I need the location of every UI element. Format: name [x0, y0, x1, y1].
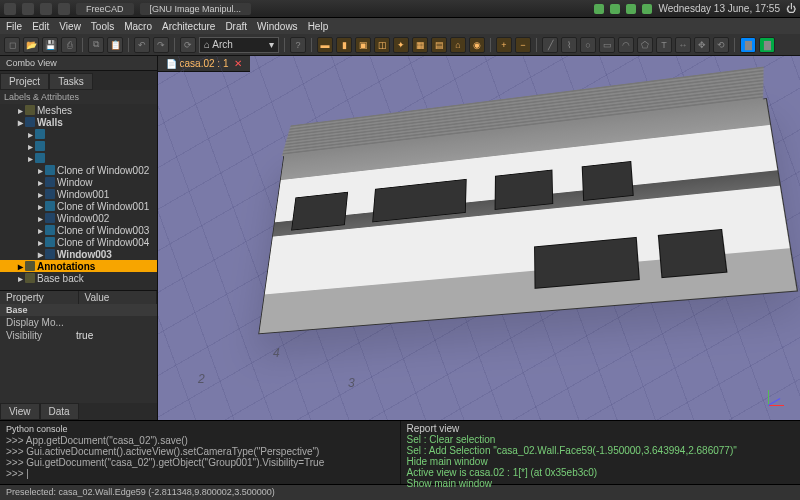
tree-item[interactable]: ▸Clone of Window003	[0, 224, 157, 236]
model-tree[interactable]: ▸Meshes▸Walls▸▸▸▸Clone of Window002▸Wind…	[0, 104, 157, 290]
draft-circle-icon[interactable]: ○	[580, 37, 596, 53]
tree-item[interactable]: ▸Window001	[0, 188, 157, 200]
tab-project[interactable]: Project	[0, 73, 49, 90]
tree-item[interactable]: ▸Base back	[0, 272, 157, 284]
arch-cell-icon[interactable]: ▣	[355, 37, 371, 53]
console-line: >>> |	[6, 468, 394, 479]
app-launcher-icon[interactable]	[58, 3, 70, 15]
draft-text-icon[interactable]: T	[656, 37, 672, 53]
system-panel: FreeCAD [GNU Image Manipul... Wednesday …	[0, 0, 800, 18]
arch-remove-icon[interactable]: −	[515, 37, 531, 53]
redo-icon[interactable]: ↷	[153, 37, 169, 53]
menubar: File Edit View Tools Macro Architecture …	[0, 18, 800, 34]
tab-view[interactable]: View	[0, 403, 40, 420]
console-title: Python console	[6, 423, 394, 435]
axis-label: 3	[348, 376, 355, 390]
separator	[734, 38, 735, 52]
arch-building-icon[interactable]: ⌂	[450, 37, 466, 53]
arch-struct-icon[interactable]: ▮	[336, 37, 352, 53]
combo-title: Combo View	[0, 56, 157, 71]
draft-line-icon[interactable]: ╱	[542, 37, 558, 53]
tree-item[interactable]: ▸Clone of Window004	[0, 236, 157, 248]
menu-file[interactable]: File	[6, 21, 22, 32]
draft-poly-icon[interactable]: ⬠	[637, 37, 653, 53]
save-icon[interactable]: 💾	[42, 37, 58, 53]
tray-icon[interactable]	[594, 4, 604, 14]
arch-floor-icon[interactable]: ▤	[431, 37, 447, 53]
clock[interactable]: Wednesday 13 June, 17:55	[658, 3, 780, 14]
report-title: Report view	[407, 423, 795, 434]
arch-wall-icon[interactable]: ▬	[317, 37, 333, 53]
toolbar: ◻ 📂 💾 ⎙ ⧉ 📋 ↶ ↷ ⟳ ⌂ Arch▾ ? ▬ ▮ ▣ ◫ ✦ ▦ …	[0, 34, 800, 56]
arch-site-icon[interactable]: ◉	[469, 37, 485, 53]
report-line: Sel : Clear selection	[407, 434, 795, 445]
arch-add-icon[interactable]: +	[496, 37, 512, 53]
menu-edit[interactable]: Edit	[32, 21, 49, 32]
tree-item[interactable]: ▸Window002	[0, 212, 157, 224]
axis-indicator	[762, 382, 792, 412]
separator	[82, 38, 83, 52]
color2-icon[interactable]: ▇	[759, 37, 775, 53]
axis-label: 4	[273, 346, 280, 360]
menu-draft[interactable]: Draft	[225, 21, 247, 32]
tree-item[interactable]: ▸Clone of Window002	[0, 164, 157, 176]
menu-tools[interactable]: Tools	[91, 21, 114, 32]
menu-view[interactable]: View	[59, 21, 81, 32]
arch-section-icon[interactable]: ▦	[412, 37, 428, 53]
combo-view: Combo View Project Tasks Labels & Attrib…	[0, 56, 158, 420]
tree-item[interactable]: ▸	[0, 140, 157, 152]
open-icon[interactable]: 📂	[23, 37, 39, 53]
draft-rect-icon[interactable]: ▭	[599, 37, 615, 53]
tree-item[interactable]: ▸	[0, 128, 157, 140]
draft-rotate-icon[interactable]: ⟲	[713, 37, 729, 53]
prop-row[interactable]: Display Mo...	[0, 316, 157, 329]
separator	[128, 38, 129, 52]
tree-item[interactable]: ▸Annotations	[0, 260, 157, 272]
workbench-selector[interactable]: ⌂ Arch▾	[199, 37, 279, 53]
report-line: Active view is casa.02 : 1[*] (at 0x35eb…	[407, 467, 795, 478]
copy-icon[interactable]: ⧉	[88, 37, 104, 53]
color-icon[interactable]: ▇	[740, 37, 756, 53]
print-icon[interactable]: ⎙	[61, 37, 77, 53]
prop-row[interactable]: Visibilitytrue	[0, 329, 157, 342]
menu-macro[interactable]: Macro	[124, 21, 152, 32]
report-view[interactable]: Report view Sel : Clear selection Sel : …	[401, 421, 801, 484]
paste-icon[interactable]: 📋	[107, 37, 123, 53]
app-launcher-icon[interactable]	[22, 3, 34, 15]
menu-windows[interactable]: Windows	[257, 21, 298, 32]
tab-tasks[interactable]: Tasks	[49, 73, 93, 90]
arch-window-icon[interactable]: ◫	[374, 37, 390, 53]
taskbar-app-freecad[interactable]: FreeCAD	[76, 3, 134, 15]
console-line: >>> Gui.getDocument("casa_02").getObject…	[6, 457, 394, 468]
tray-icon[interactable]	[610, 4, 620, 14]
draft-move-icon[interactable]: ✥	[694, 37, 710, 53]
tree-item[interactable]: ▸	[0, 152, 157, 164]
tray-icon[interactable]	[642, 4, 652, 14]
console-line: >>> App.getDocument("casa_02").save()	[6, 435, 394, 446]
undo-icon[interactable]: ↶	[134, 37, 150, 53]
menu-architecture[interactable]: Architecture	[162, 21, 215, 32]
tree-item[interactable]: ▸Window003	[0, 248, 157, 260]
whatsthis-icon[interactable]: ?	[290, 37, 306, 53]
tree-item[interactable]: ▸Walls	[0, 116, 157, 128]
draft-dim-icon[interactable]: ↔	[675, 37, 691, 53]
property-header: PropertyValue	[0, 291, 157, 304]
python-console[interactable]: Python console >>> App.getDocument("casa…	[0, 421, 401, 484]
3d-viewport[interactable]: 📄 casa.02 : 1✕ 4 3 2	[158, 56, 800, 420]
tree-item[interactable]: ▸Clone of Window001	[0, 200, 157, 212]
tree-item[interactable]: ▸Meshes	[0, 104, 157, 116]
arch-axis-icon[interactable]: ✦	[393, 37, 409, 53]
tree-item[interactable]: ▸Window	[0, 176, 157, 188]
tray-icon[interactable]	[626, 4, 636, 14]
refresh-icon[interactable]: ⟳	[180, 37, 196, 53]
app-launcher-icon[interactable]	[40, 3, 52, 15]
draft-arc-icon[interactable]: ◠	[618, 37, 634, 53]
draft-wire-icon[interactable]: ⌇	[561, 37, 577, 53]
logout-icon[interactable]: ⏻	[786, 3, 796, 14]
separator	[311, 38, 312, 52]
new-icon[interactable]: ◻	[4, 37, 20, 53]
os-menu-icon[interactable]	[4, 3, 16, 15]
menu-help[interactable]: Help	[308, 21, 329, 32]
tab-data[interactable]: Data	[40, 403, 79, 420]
taskbar-app-gimp[interactable]: [GNU Image Manipul...	[140, 3, 252, 15]
